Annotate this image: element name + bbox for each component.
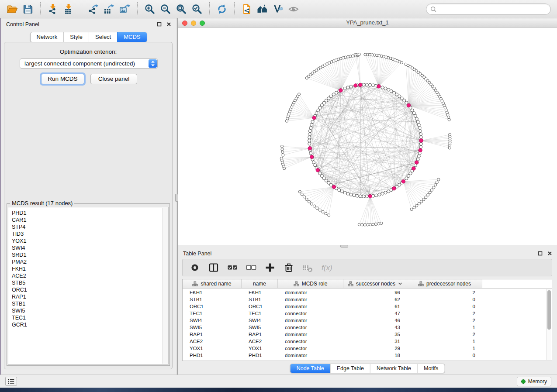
save-session-icon[interactable] <box>20 2 36 16</box>
task-history-button[interactable] <box>5 377 17 386</box>
delete-table-icon[interactable] <box>301 261 314 274</box>
float-table-panel-icon[interactable] <box>537 251 543 256</box>
tab-edge-table[interactable]: Edge Table <box>330 364 370 373</box>
table-row[interactable]: ACE2ACE2connector311 <box>183 338 546 345</box>
table-row[interactable]: FKH1FKH1dominator962 <box>183 289 546 296</box>
cell-shared-name: PHD1 <box>183 352 242 359</box>
close-window-icon[interactable] <box>182 21 187 26</box>
close-panel-button[interactable]: Close panel <box>90 74 137 84</box>
mcds-result-item[interactable]: SWI5 <box>8 307 168 314</box>
settings-gear-icon[interactable] <box>188 261 201 274</box>
mcds-result-item[interactable]: STB1 <box>8 300 168 307</box>
zoom-fit-icon[interactable] <box>173 2 189 16</box>
table-row[interactable]: TEC1TEC1connector472 <box>183 310 546 317</box>
zoom-selected-icon[interactable] <box>189 2 205 16</box>
minimize-window-icon[interactable] <box>191 21 196 26</box>
table-scrollbar-thumb[interactable] <box>547 290 551 330</box>
screen: Control Panel NetworkStyleSelectMCDS Opt… <box>0 0 557 392</box>
mcds-result-item[interactable]: STP4 <box>8 224 168 230</box>
column-header-MCDS-role[interactable]: MCDS role <box>278 279 343 288</box>
table-scrollbar[interactable] <box>546 289 551 360</box>
mcds-result-item[interactable]: TEC1 <box>8 314 168 321</box>
cell-mcds-role: dominator <box>278 317 343 324</box>
mcds-result-item[interactable]: RAP1 <box>8 293 168 300</box>
tab-motifs[interactable]: Motifs <box>417 364 444 373</box>
import-network-icon[interactable] <box>45 2 61 16</box>
table-row[interactable]: RAP1RAP1dominator352 <box>183 331 546 338</box>
tab-select[interactable]: Select <box>89 32 117 42</box>
mcds-result-item[interactable]: GCR1 <box>8 321 168 328</box>
tab-style[interactable]: Style <box>63 32 89 42</box>
select-all-checkboxes-icon[interactable] <box>226 261 239 274</box>
home-icon[interactable] <box>255 2 270 16</box>
mcds-result-item[interactable]: CAR1 <box>8 217 168 224</box>
control-panel-tabs: NetworkStyleSelectMCDS <box>30 32 147 42</box>
cell-name: PHD1 <box>242 352 278 359</box>
memory-label: Memory <box>528 378 547 385</box>
split-columns-icon[interactable] <box>207 261 220 274</box>
vizmapper-icon[interactable] <box>270 2 286 16</box>
table-row[interactable]: YOX1YOX1connector291 <box>183 345 546 352</box>
table-row[interactable]: PHD1PHD1dominator180 <box>183 352 546 359</box>
mcds-result-item[interactable]: TID3 <box>8 230 168 237</box>
run-mcds-button[interactable]: Run MCDS <box>41 74 84 84</box>
open-file-icon[interactable] <box>4 2 20 16</box>
mcds-result-item[interactable]: PMA2 <box>8 258 168 265</box>
mcds-result-item[interactable]: YOX1 <box>8 237 168 244</box>
close-panel-icon[interactable] <box>166 21 172 27</box>
table-row[interactable]: STB1STB1dominator620 <box>183 296 546 303</box>
column-header-name[interactable]: name <box>242 279 278 288</box>
float-panel-icon[interactable] <box>156 21 162 27</box>
mcds-result-item[interactable]: STB5 <box>8 279 168 286</box>
export-image-icon[interactable] <box>117 2 133 16</box>
tab-node-table[interactable]: Node Table <box>291 364 330 373</box>
column-header-shared-name[interactable]: shared name <box>183 279 242 288</box>
mcds-result-item[interactable]: FKH1 <box>8 265 168 272</box>
mcds-result-item[interactable]: ACE2 <box>8 272 168 279</box>
table-toolbar: f(x) <box>182 259 552 276</box>
table-row[interactable]: SWI4SWI4dominator462 <box>183 317 546 324</box>
search-box[interactable] <box>426 3 551 15</box>
mcds-result-item[interactable]: SWI4 <box>8 244 168 251</box>
memory-button[interactable]: Memory <box>517 377 551 386</box>
cell-predecessor-nodes: 2 <box>407 317 475 324</box>
mcds-list-scrollbar[interactable] <box>162 208 168 364</box>
import-table-icon[interactable] <box>61 2 76 16</box>
cell-successor-nodes: 29 <box>343 345 400 352</box>
cell-successor-nodes: 47 <box>343 310 400 317</box>
toolbar-groups <box>4 2 302 16</box>
tab-network-table[interactable]: Network Table <box>370 364 417 373</box>
add-column-icon[interactable] <box>263 261 277 274</box>
column-header-predecessor-nodes[interactable]: predecessor nodes <box>407 279 482 288</box>
network-graph[interactable] <box>178 28 557 245</box>
cell-name: YOX1 <box>242 345 278 352</box>
search-input[interactable] <box>439 6 547 13</box>
mcds-result-list[interactable]: PHD1CAR1STP4TID3YOX1SWI4SRD1PMA2FKH1ACE2… <box>8 207 169 364</box>
column-header-successor-nodes[interactable]: successor nodes <box>343 279 407 288</box>
tab-network[interactable]: Network <box>30 32 63 42</box>
mcds-result-item[interactable]: SRD1 <box>8 251 168 258</box>
table-row[interactable]: SWI5SWI5connector431 <box>183 324 546 331</box>
table-row[interactable]: ORC1ORC1dominator610 <box>183 303 546 310</box>
export-table-icon[interactable] <box>101 2 117 16</box>
mcds-result-item[interactable]: ORC1 <box>8 286 168 293</box>
deselect-all-checkboxes-icon[interactable] <box>245 261 258 274</box>
cell-name: RAP1 <box>242 331 278 338</box>
refresh-icon[interactable] <box>214 2 230 16</box>
function-builder-icon[interactable]: f(x) <box>320 261 333 274</box>
list-icon <box>7 378 15 385</box>
cell-mcds-role: dominator <box>278 289 343 296</box>
tab-mcds[interactable]: MCDS <box>117 32 146 42</box>
delete-column-icon[interactable] <box>282 261 295 274</box>
cell-name: ACE2 <box>242 338 278 345</box>
close-table-panel-icon[interactable] <box>547 251 553 256</box>
mcds-result-item[interactable]: PHD1 <box>8 210 168 217</box>
network-canvas[interactable] <box>178 28 557 245</box>
zoom-out-icon[interactable] <box>158 2 173 16</box>
zoom-in-icon[interactable] <box>142 2 158 16</box>
eye-icon[interactable] <box>286 2 302 16</box>
maximize-window-icon[interactable] <box>200 21 205 26</box>
share-session-icon[interactable] <box>239 2 255 16</box>
optimization-criterion-select[interactable]: largest connected component (undirected) <box>20 58 158 69</box>
export-network-icon[interactable] <box>86 2 101 16</box>
